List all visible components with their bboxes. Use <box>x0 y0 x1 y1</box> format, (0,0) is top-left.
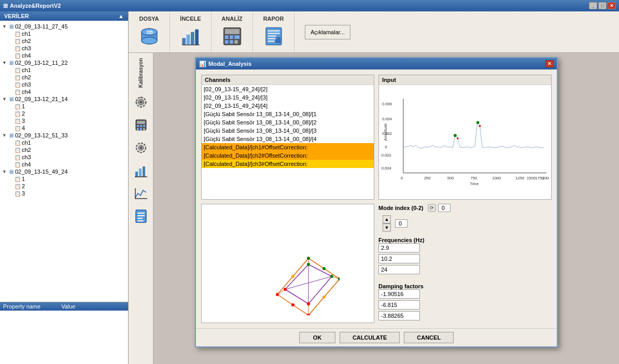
tree-leaf[interactable]: 📋 ch3 <box>8 45 126 52</box>
toolbar-analiz[interactable]: ANALİZ <box>212 11 253 52</box>
svg-rect-15 <box>230 40 233 44</box>
report2-sidebar-icon-btn[interactable] <box>132 207 150 226</box>
tree-leaf[interactable]: 📋 ch3 <box>8 153 126 161</box>
tree-group-header[interactable]: ▼🖥 02_09_13-12_21_14 <box>2 95 126 103</box>
close-button[interactable]: ✕ <box>608 2 616 9</box>
damping-input-1[interactable] <box>378 300 420 310</box>
toolbar-dosya[interactable]: DOSYA DB <box>129 11 170 52</box>
calculator-sidebar-icon-btn[interactable] <box>132 116 150 134</box>
tree-leaf[interactable]: 📋 3 <box>8 190 126 197</box>
tree-leaf[interactable]: 📋 2 <box>8 183 126 190</box>
ok-button[interactable]: OK <box>299 332 335 343</box>
tree-group[interactable]: ▼🖥 02_09_13-15_49_24 📋 1 📋 2 📋 3 <box>2 168 126 197</box>
tree-leaf[interactable]: 📋 ch2 <box>8 146 126 153</box>
group-label: 02_09_13-12_51_33 <box>15 132 68 138</box>
input-chart: 0.006 0.004 0.002 0 -0.002 -0.004 0 250 <box>379 85 551 199</box>
mode-index-label: Mode index (0-2) <box>378 205 424 211</box>
frequency-input-1[interactable] <box>378 254 420 263</box>
leaf-label: ch2 <box>22 38 31 44</box>
svg-point-38 <box>139 147 142 149</box>
svg-point-89 <box>291 303 294 306</box>
dosya-label: DOSYA <box>139 16 159 22</box>
settings-icon-btn[interactable] <box>132 93 150 111</box>
maximize-button[interactable]: □ <box>598 2 607 9</box>
folder-icon: 🖥 <box>8 132 14 138</box>
file-tree[interactable]: ▼🖥 02_09_13-11_27_45 📋 ch1 📋 ch2 📋 ch3 📋… <box>0 21 128 302</box>
svg-rect-7 <box>195 29 199 45</box>
channel-item[interactable]: [Calculated_Data]/[ch2#OffsetCorrection: <box>202 151 374 160</box>
toolbar-incele[interactable]: İNCELE <box>170 11 212 52</box>
channel-item[interactable]: [Calculated_Data]/[ch1#OffsetCorrection: <box>202 143 374 151</box>
channel-item[interactable]: [02_09_13-15_49_24]/[2] <box>202 85 374 93</box>
channel-item[interactable]: [Güçlü Sabit Sensör 13_08_13-14_00_08]/[… <box>202 127 374 135</box>
tree-leaf[interactable]: 📋 1 <box>8 175 126 183</box>
channel-item[interactable]: [Güçlü Sabit Sensör 13_08_13-14_00_08]/[… <box>202 118 374 127</box>
tree-leaf[interactable]: 📋 2 <box>8 110 126 117</box>
tree-group[interactable]: ▼🖥 02_09_13-11_27_45 📋 ch1 📋 ch2 📋 ch3 📋… <box>2 23 126 59</box>
svg-text:0.006: 0.006 <box>382 102 392 106</box>
tree-leaf[interactable]: 📋 1 <box>8 103 126 110</box>
leaf-label: 2 <box>22 110 25 117</box>
leaf-icon: 📋 <box>15 31 21 37</box>
channels-list[interactable]: [02_09_13-15_49_24]/[2][02_09_13-15_49_2… <box>202 85 374 178</box>
line-chart-sidebar-icon-btn[interactable] <box>132 184 150 203</box>
tree-leaf[interactable]: 📋 4 <box>8 124 126 132</box>
damping-input-2[interactable] <box>378 311 420 320</box>
svg-rect-5 <box>186 34 190 45</box>
tree-leaf[interactable]: 📋 ch3 <box>8 81 126 88</box>
aciklamalar-button[interactable]: Açıklamalar... <box>305 25 350 39</box>
channel-item[interactable]: [02_09_13-15_49_24]/[3] <box>202 93 374 102</box>
svg-rect-30 <box>137 125 139 127</box>
channel-item[interactable]: [Calculated_Data]/[ch3#OffsetCorrection: <box>202 160 374 168</box>
frequency-input-2[interactable] <box>378 265 420 274</box>
tree-leaf[interactable]: 📋 ch1 <box>8 30 126 37</box>
tree-leaf[interactable]: 📋 ch4 <box>8 88 126 95</box>
calculate-button[interactable]: CALCULATE <box>340 332 400 343</box>
svg-text:250: 250 <box>424 176 431 180</box>
analiz-icon <box>220 24 245 49</box>
svg-rect-11 <box>224 35 228 39</box>
tree-group-header[interactable]: ▼🖥 02_09_13-11_27_45 <box>2 23 126 30</box>
bar-chart-sidebar-icon-btn[interactable] <box>132 161 150 180</box>
leaf-label: ch2 <box>22 147 31 153</box>
tree-leaf[interactable]: 📋 3 <box>8 117 126 124</box>
cancel-button[interactable]: CANCEL <box>404 332 454 343</box>
modal-titlebar: 📊 Modal_Analysis ✕ <box>196 58 557 69</box>
channel-item[interactable]: [Güçlü Sabit Sensör 13_08_13-14_00_08]/[… <box>202 135 374 143</box>
params-panel: Mode index (0-2) ⟳ 0 ▲ <box>378 204 552 323</box>
toolbar-rapor[interactable]: RAPOR <box>253 11 294 52</box>
tree-leaf[interactable]: 📋 ch1 <box>8 139 126 146</box>
tree-group[interactable]: ▼🖥 02_09_13-12_21_14 📋 1 📋 2 📋 3 📋 4 <box>2 95 126 132</box>
spinner-up-btn[interactable]: ▲ <box>383 215 391 223</box>
svg-text:0: 0 <box>401 176 403 180</box>
spinner-value: 0 <box>395 219 407 228</box>
prop-value-col: Value <box>61 303 75 310</box>
frequency-input-0[interactable] <box>378 243 420 253</box>
input-title: Input <box>379 75 551 85</box>
tree-group[interactable]: ▼🖥 02_09_13-12_11_22 📋 ch1 📋 ch2 📋 ch3 📋… <box>2 59 126 95</box>
tree-leaf[interactable]: 📋 ch2 <box>8 74 126 81</box>
svg-point-70 <box>476 121 480 124</box>
channels-panel: Channels [02_09_13-15_49_24]/[2][02_09_1… <box>201 75 374 200</box>
leaf-label: ch1 <box>22 31 31 37</box>
tree-group[interactable]: ▼🖥 02_09_13-12_51_33 📋 ch1 📋 ch2 📋 ch3 📋… <box>2 132 126 168</box>
tree-group-header[interactable]: ▼🖥 02_09_13-15_49_24 <box>2 168 126 175</box>
spinner-down-btn[interactable]: ▼ <box>383 223 391 232</box>
tree-leaf[interactable]: 📋 ch4 <box>8 161 126 168</box>
tree-group-header[interactable]: ▼🖥 02_09_13-12_11_22 <box>2 59 126 66</box>
tree-group-header[interactable]: ▼🖥 02_09_13-12_51_33 <box>2 132 126 139</box>
settings2-sidebar-icon-btn[interactable] <box>132 138 150 157</box>
modal-close-button[interactable]: ✕ <box>545 60 554 67</box>
tree-leaf[interactable]: 📋 ch2 <box>8 37 126 45</box>
tree-leaf[interactable]: 📋 ch4 <box>8 52 126 59</box>
minimize-button[interactable]: _ <box>589 2 597 9</box>
leaf-label: ch3 <box>22 154 31 160</box>
group-label: 02_09_13-15_49_24 <box>15 169 68 175</box>
channel-item[interactable]: [Güçlü Sabit Sensör 13_08_13-14_00_08]/[… <box>202 110 374 118</box>
damping-input-0[interactable] <box>378 289 420 299</box>
channel-item[interactable]: [02_09_13-15_49_24]/[4] <box>202 102 374 110</box>
leaf-label: ch2 <box>22 74 31 80</box>
group-label: 02_09_13-11_27_45 <box>15 23 68 30</box>
tree-leaf[interactable]: 📋 ch1 <box>8 66 126 74</box>
leaf-icon: 📋 <box>15 125 21 131</box>
